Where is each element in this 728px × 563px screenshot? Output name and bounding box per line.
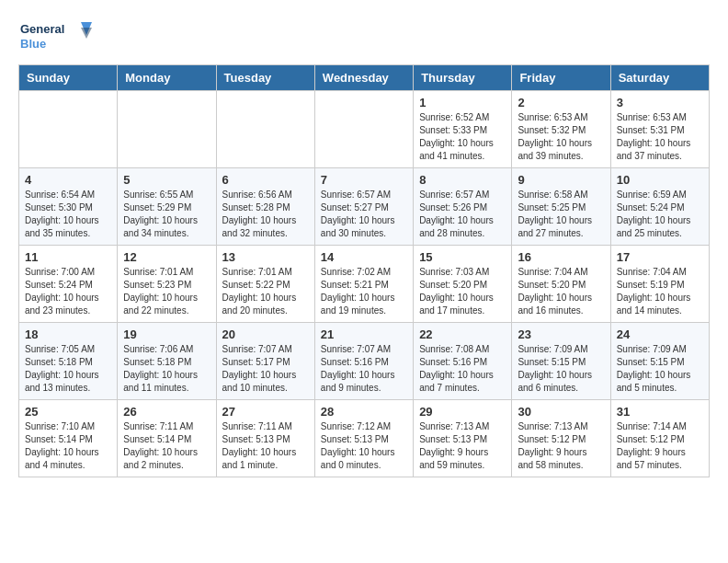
calendar-cell: 16Sunrise: 7:04 AM Sunset: 5:20 PM Dayli… (512, 246, 610, 323)
day-number: 8 (419, 173, 506, 187)
day-info: Sunrise: 6:58 AM Sunset: 5:25 PM Dayligh… (518, 189, 604, 240)
calendar-cell: 10Sunrise: 6:59 AM Sunset: 5:24 PM Dayli… (610, 168, 709, 246)
day-info: Sunrise: 7:01 AM Sunset: 5:22 PM Dayligh… (222, 266, 309, 317)
day-info: Sunrise: 6:57 AM Sunset: 5:26 PM Dayligh… (419, 189, 506, 240)
calendar-cell (216, 91, 314, 168)
svg-text:General: General (20, 22, 64, 36)
calendar-cell: 21Sunrise: 7:07 AM Sunset: 5:16 PM Dayli… (314, 323, 413, 400)
column-header-saturday: Saturday (610, 65, 709, 91)
calendar-cell: 8Sunrise: 6:57 AM Sunset: 5:26 PM Daylig… (414, 168, 512, 246)
day-info: Sunrise: 7:11 AM Sunset: 5:14 PM Dayligh… (123, 420, 210, 472)
calendar-cell: 30Sunrise: 7:13 AM Sunset: 5:12 PM Dayli… (512, 400, 610, 477)
day-number: 25 (25, 405, 111, 419)
day-number: 7 (321, 173, 407, 187)
day-info: Sunrise: 7:04 AM Sunset: 5:19 PM Dayligh… (617, 266, 703, 317)
header: General Blue (18, 18, 710, 55)
day-info: Sunrise: 7:11 AM Sunset: 5:13 PM Dayligh… (222, 420, 309, 472)
calendar-week-row: 18Sunrise: 7:05 AM Sunset: 5:18 PM Dayli… (19, 323, 710, 400)
day-number: 23 (518, 327, 604, 341)
calendar-cell: 1Sunrise: 6:52 AM Sunset: 5:33 PM Daylig… (414, 91, 512, 168)
day-info: Sunrise: 6:54 AM Sunset: 5:30 PM Dayligh… (25, 189, 111, 240)
day-number: 20 (222, 327, 309, 341)
day-info: Sunrise: 6:53 AM Sunset: 5:31 PM Dayligh… (617, 111, 703, 163)
day-number: 12 (123, 250, 210, 264)
calendar-cell: 14Sunrise: 7:02 AM Sunset: 5:21 PM Dayli… (314, 246, 413, 323)
day-info: Sunrise: 7:01 AM Sunset: 5:23 PM Dayligh… (123, 266, 210, 317)
day-info: Sunrise: 7:04 AM Sunset: 5:20 PM Dayligh… (518, 266, 604, 317)
calendar-cell: 28Sunrise: 7:12 AM Sunset: 5:13 PM Dayli… (314, 400, 413, 477)
column-header-tuesday: Tuesday (216, 65, 314, 91)
day-number: 11 (25, 250, 111, 264)
column-header-monday: Monday (118, 65, 216, 91)
calendar-cell: 7Sunrise: 6:57 AM Sunset: 5:27 PM Daylig… (314, 168, 413, 246)
day-info: Sunrise: 6:55 AM Sunset: 5:29 PM Dayligh… (123, 189, 210, 240)
day-number: 9 (518, 173, 604, 187)
column-header-friday: Friday (512, 65, 610, 91)
day-number: 30 (518, 405, 604, 419)
day-info: Sunrise: 7:02 AM Sunset: 5:21 PM Dayligh… (321, 266, 407, 317)
calendar-cell: 12Sunrise: 7:01 AM Sunset: 5:23 PM Dayli… (118, 246, 216, 323)
column-header-thursday: Thursday (414, 65, 512, 91)
calendar-week-row: 11Sunrise: 7:00 AM Sunset: 5:24 PM Dayli… (19, 246, 710, 323)
day-info: Sunrise: 6:53 AM Sunset: 5:32 PM Dayligh… (518, 111, 604, 163)
day-info: Sunrise: 6:57 AM Sunset: 5:27 PM Dayligh… (321, 189, 407, 240)
day-number: 6 (222, 173, 309, 187)
day-number: 3 (617, 96, 703, 109)
day-info: Sunrise: 7:09 AM Sunset: 5:15 PM Dayligh… (518, 343, 604, 395)
calendar-cell: 19Sunrise: 7:06 AM Sunset: 5:18 PM Dayli… (118, 323, 216, 400)
calendar-cell: 4Sunrise: 6:54 AM Sunset: 5:30 PM Daylig… (19, 168, 118, 246)
day-number: 22 (419, 327, 506, 341)
calendar-week-row: 4Sunrise: 6:54 AM Sunset: 5:30 PM Daylig… (19, 168, 710, 246)
calendar-cell: 5Sunrise: 6:55 AM Sunset: 5:29 PM Daylig… (118, 168, 216, 246)
day-info: Sunrise: 7:07 AM Sunset: 5:16 PM Dayligh… (321, 343, 407, 395)
logo-svg: General Blue (18, 18, 92, 55)
day-number: 4 (25, 173, 111, 187)
day-info: Sunrise: 7:13 AM Sunset: 5:12 PM Dayligh… (518, 420, 604, 472)
day-number: 1 (419, 96, 506, 109)
day-number: 31 (617, 405, 703, 419)
calendar-cell: 29Sunrise: 7:13 AM Sunset: 5:13 PM Dayli… (414, 400, 512, 477)
day-number: 16 (518, 250, 604, 264)
day-number: 24 (617, 327, 703, 341)
calendar-cell: 2Sunrise: 6:53 AM Sunset: 5:32 PM Daylig… (512, 91, 610, 168)
day-info: Sunrise: 6:52 AM Sunset: 5:33 PM Dayligh… (419, 111, 506, 163)
calendar-cell: 24Sunrise: 7:09 AM Sunset: 5:15 PM Dayli… (610, 323, 709, 400)
calendar-cell (19, 91, 118, 168)
day-number: 26 (123, 405, 210, 419)
calendar-cell: 27Sunrise: 7:11 AM Sunset: 5:13 PM Dayli… (216, 400, 314, 477)
day-info: Sunrise: 7:13 AM Sunset: 5:13 PM Dayligh… (419, 420, 506, 472)
svg-marker-3 (81, 28, 92, 39)
day-number: 2 (518, 96, 604, 109)
day-number: 29 (419, 405, 506, 419)
calendar-cell: 13Sunrise: 7:01 AM Sunset: 5:22 PM Dayli… (216, 246, 314, 323)
calendar-cell: 20Sunrise: 7:07 AM Sunset: 5:17 PM Dayli… (216, 323, 314, 400)
calendar-week-row: 1Sunrise: 6:52 AM Sunset: 5:33 PM Daylig… (19, 91, 710, 168)
day-info: Sunrise: 6:56 AM Sunset: 5:28 PM Dayligh… (222, 189, 309, 240)
day-info: Sunrise: 7:00 AM Sunset: 5:24 PM Dayligh… (25, 266, 111, 317)
column-header-sunday: Sunday (19, 65, 118, 91)
calendar-week-row: 25Sunrise: 7:10 AM Sunset: 5:14 PM Dayli… (19, 400, 710, 477)
calendar-cell: 23Sunrise: 7:09 AM Sunset: 5:15 PM Dayli… (512, 323, 610, 400)
day-number: 13 (222, 250, 309, 264)
day-info: Sunrise: 7:08 AM Sunset: 5:16 PM Dayligh… (419, 343, 506, 395)
calendar-cell: 9Sunrise: 6:58 AM Sunset: 5:25 PM Daylig… (512, 168, 610, 246)
calendar-cell: 26Sunrise: 7:11 AM Sunset: 5:14 PM Dayli… (118, 400, 216, 477)
calendar-cell (118, 91, 216, 168)
day-number: 14 (321, 250, 407, 264)
svg-text:Blue: Blue (20, 37, 46, 51)
calendar-cell (314, 91, 413, 168)
day-info: Sunrise: 7:06 AM Sunset: 5:18 PM Dayligh… (123, 343, 210, 395)
day-info: Sunrise: 7:09 AM Sunset: 5:15 PM Dayligh… (617, 343, 703, 395)
day-info: Sunrise: 7:05 AM Sunset: 5:18 PM Dayligh… (25, 343, 111, 395)
calendar-cell: 18Sunrise: 7:05 AM Sunset: 5:18 PM Dayli… (19, 323, 118, 400)
day-number: 27 (222, 405, 309, 419)
day-info: Sunrise: 7:12 AM Sunset: 5:13 PM Dayligh… (321, 420, 407, 472)
calendar-cell: 17Sunrise: 7:04 AM Sunset: 5:19 PM Dayli… (610, 246, 709, 323)
calendar-cell: 22Sunrise: 7:08 AM Sunset: 5:16 PM Dayli… (414, 323, 512, 400)
logo: General Blue (18, 18, 92, 55)
day-number: 15 (419, 250, 506, 264)
day-number: 10 (617, 173, 703, 187)
day-info: Sunrise: 7:03 AM Sunset: 5:20 PM Dayligh… (419, 266, 506, 317)
calendar-header-row: SundayMondayTuesdayWednesdayThursdayFrid… (19, 65, 710, 91)
day-number: 5 (123, 173, 210, 187)
